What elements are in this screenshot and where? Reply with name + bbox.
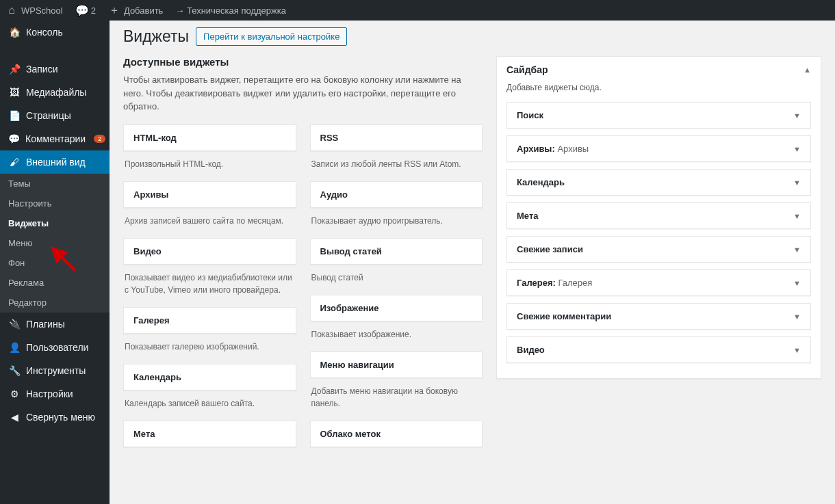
menu-item-8[interactable]: 🔧Инструменты [0,359,110,382]
available-widget[interactable]: Архивы [123,181,296,208]
sidebar-widget-header: Поиск▼ [507,103,810,128]
sidebar-widget-header: Мета▼ [507,203,810,228]
sidebar-widget[interactable]: Архивы: Архивы▼ [506,135,811,162]
submenu-item-2[interactable]: Виджеты [0,213,110,233]
page-header: Виджеты Перейти к визуальной настройке [123,27,821,46]
sidebar-widget[interactable]: Галерея: Галерея▼ [506,269,811,296]
sidebar-area-header[interactable]: Сайдбар▲ [497,57,821,83]
submenu-item-0[interactable]: Темы [0,174,110,194]
chevron-down-icon: ▼ [793,313,801,321]
sidebar-areas-column: Сайдбар▲Добавьте виджеты сюда.Поиск▼Архи… [496,56,821,475]
available-widget[interactable]: Аудио [310,181,483,208]
widget-title: Свежие комментарии [517,311,611,321]
menu-item-4[interactable]: 💬Комментарии2 [0,127,110,150]
sidebar-widget-header: Свежие записи▼ [507,237,810,262]
toolbar-add[interactable]: ＋Добавить [108,3,163,18]
menu-badge: 2 [94,135,105,143]
sidebar-area: Сайдбар▲Добавьте виджеты сюда.Поиск▼Архи… [496,56,821,379]
available-widgets-column: Доступные виджеты Чтобы активировать вид… [123,56,483,475]
submenu-item-3[interactable]: Меню [0,233,110,253]
menu-label: Медиафайлы [26,87,86,98]
menu-label: Настройки [26,388,73,399]
widget-title: Свежие записи [517,244,583,254]
sidebar-widget-header: Галерея: Галерея▼ [507,270,810,295]
widget-desc: Произвольный HTML-код. [123,151,296,181]
available-widget[interactable]: Видео [123,238,296,265]
widget-subtitle: Галерея [558,278,592,288]
available-widget[interactable]: RSS [310,124,483,151]
toolbar-comments-count: 2 [91,5,96,16]
menu-icon: 📄 [8,110,21,121]
available-widget[interactable]: HTML-код [123,124,296,151]
menu-item-10[interactable]: ◀Свернуть меню [0,406,110,429]
menu-icon: 📌 [8,64,21,75]
widget-title: RSS [311,125,483,150]
page-title: Виджеты [123,27,189,46]
menu-label: Страницы [26,110,71,121]
sidebar-widget[interactable]: Поиск▼ [506,102,811,129]
menu-label: Плагины [26,319,65,330]
available-widget[interactable]: Меню навигации [310,352,483,378]
menu-label: Пользователи [26,342,88,353]
available-title: Доступные виджеты [123,56,483,68]
menu-label: Инструменты [26,365,86,376]
widget-desc: Показывает изображение. [310,321,483,352]
widget-title: Галерея: [517,278,556,288]
widget-title: Видео [517,345,545,355]
widget-title: Архивы [124,182,296,207]
widget-desc: Записи из любой ленты RSS или Atom. [310,151,483,181]
available-widget[interactable]: Облако меток [310,421,483,447]
sidebar-widget[interactable]: Мета▼ [506,202,811,229]
visual-setup-button[interactable]: Перейти к визуальной настройке [196,27,347,46]
widget-desc: Архив записей вашего сайта по месяцам. [123,208,296,238]
widget-subtitle: Архивы [557,144,589,154]
widget-title: HTML-код [124,125,296,150]
sidebar-widget[interactable]: Свежие комментарии▼ [506,303,811,330]
toolbar-site[interactable]: ⌂WPSchool [5,4,63,16]
menu-item-9[interactable]: ⚙Настройки [0,382,110,406]
sidebar-widget-header: Свежие комментарии▼ [507,304,810,329]
sidebar-widget-header: Архивы: Архивы▼ [507,136,810,161]
admin-toolbar: ⌂WPSchool 💬2 ＋Добавить → Техническая под… [0,0,835,21]
widget-desc [123,447,296,475]
menu-icon: 🔧 [8,365,21,376]
sidebar-widget[interactable]: Свежие записи▼ [506,236,811,263]
widget-title: Изображение [311,295,483,321]
widget-desc: Показывает галерею изображений. [123,334,296,364]
available-widget[interactable]: Изображение [310,295,483,321]
menu-item-3[interactable]: 📄Страницы [0,104,110,127]
sidebar-widget-header: Календарь▼ [507,170,810,195]
submenu-item-6[interactable]: Редактор [0,293,110,313]
submenu-item-5[interactable]: Реклама [0,273,110,293]
available-widget[interactable]: Галерея [123,307,296,334]
sidebar-widget[interactable]: Календарь▼ [506,169,811,196]
menu-icon: 🔌 [8,319,21,330]
toolbar-comments[interactable]: 💬2 [75,4,96,17]
submenu-item-1[interactable]: Настроить [0,194,110,213]
available-widget[interactable]: Вывод статей [310,238,483,265]
menu-item-7[interactable]: 👤Пользователи [0,336,110,359]
chevron-down-icon: ▼ [793,279,801,287]
toolbar-add-label: Добавить [124,5,163,16]
menu-item-2[interactable]: 🖼Медиафайлы [0,81,110,104]
widget-title: Аудио [311,182,483,207]
menu-icon: 🏠 [8,27,21,38]
chevron-down-icon: ▼ [793,212,801,220]
widget-desc: Вывод статей [310,265,483,295]
available-widget[interactable]: Мета [123,421,296,447]
menu-item-1[interactable]: 📌Записи [0,57,110,81]
widget-title: Календарь [517,177,565,187]
available-widget[interactable]: Календарь [123,364,296,390]
content-area: Виджеты Перейти к визуальной настройке Д… [110,21,835,504]
sidebar-widget[interactable]: Видео▼ [506,336,811,363]
menu-item-6[interactable]: 🔌Плагины [0,313,110,336]
menu-item-5[interactable]: 🖌Внешний вид [0,150,110,174]
menu-item-0[interactable]: 🏠Консоль [0,21,110,44]
sidebar-area-desc: Добавьте виджеты сюда. [497,83,821,102]
submenu-item-4[interactable]: Фон [0,253,110,273]
widget-title: Поиск [517,110,543,120]
menu-label: Свернуть меню [26,412,95,423]
widget-title: Облако меток [311,421,483,447]
toolbar-support[interactable]: → Техническая поддержка [175,5,286,16]
chevron-down-icon: ▼ [793,145,801,153]
